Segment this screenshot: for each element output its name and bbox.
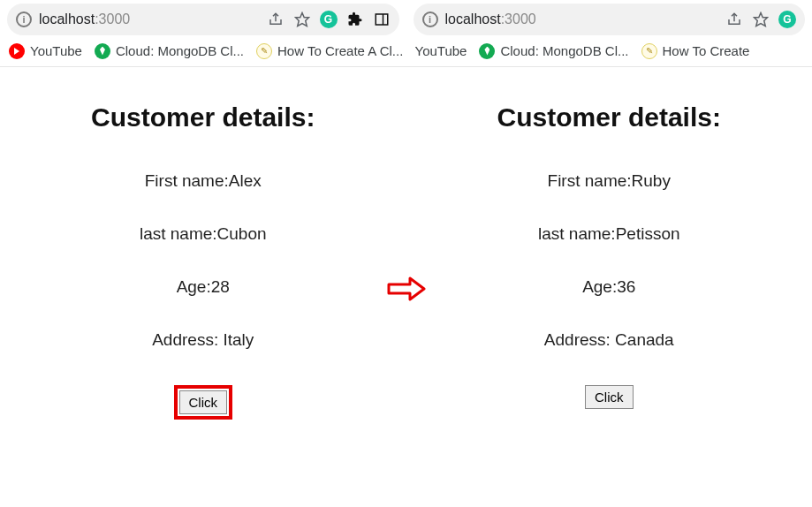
star-icon[interactable] — [293, 11, 311, 28]
bookmark-mongodb[interactable]: Cloud: MongoDB Cl... — [479, 43, 628, 59]
url-port: :3000 — [501, 11, 536, 26]
address-label: Address: — [152, 330, 223, 349]
first-name-label: First name: — [145, 171, 229, 190]
share-icon[interactable] — [267, 11, 285, 28]
address-row: Address: Canada — [415, 330, 804, 350]
svg-rect-1 — [376, 14, 388, 25]
address-bar[interactable]: i localhost:3000 G — [7, 4, 399, 35]
button-row: Click — [9, 385, 398, 420]
address-label: Address: — [544, 330, 615, 349]
bookmark-howto[interactable]: How To Create A Cl... — [256, 43, 403, 59]
page-content-left: Customer details: First name:Alex last n… — [0, 67, 406, 428]
click-button[interactable]: Click — [585, 385, 634, 409]
howto-icon — [641, 43, 657, 59]
address-row: Address: Italy — [9, 330, 398, 350]
site-info-icon[interactable]: i — [16, 11, 32, 27]
last-name-label: last name: — [140, 224, 217, 243]
mongodb-icon — [95, 43, 110, 59]
bookmark-label: YouTube — [415, 43, 467, 58]
first-name-label: First name: — [548, 171, 632, 190]
bookmark-youtube[interactable]: YouTube — [415, 43, 467, 58]
url-text: localhost:3000 — [39, 11, 260, 27]
page-title: Customer details: — [9, 102, 398, 132]
side-panel-icon[interactable] — [373, 11, 391, 28]
first-name-value: Ruby — [632, 171, 671, 190]
url-host: localhost — [445, 11, 501, 26]
age-row: Age:28 — [9, 277, 398, 297]
right-browser-pane: i localhost:3000 G YouTube Cloud: MongoD… — [406, 0, 813, 418]
bookmark-label: How To Create A Cl... — [277, 43, 403, 58]
arrow-annotation-icon — [387, 276, 426, 306]
age-row: Age:36 — [415, 277, 804, 297]
page-title: Customer details: — [415, 102, 804, 132]
toolbar-icons: G — [267, 11, 391, 28]
url-host: localhost — [39, 11, 95, 26]
site-info-icon[interactable]: i — [422, 11, 438, 27]
youtube-icon — [9, 43, 25, 59]
address-value: Canada — [615, 330, 674, 349]
first-name-row: First name:Ruby — [415, 171, 804, 191]
svg-marker-3 — [755, 13, 768, 26]
bookmark-mongodb[interactable]: Cloud: MongoDB Cl... — [95, 43, 244, 59]
age-value: 28 — [211, 277, 230, 296]
howto-icon — [256, 43, 272, 59]
first-name-row: First name:Alex — [9, 171, 398, 191]
grammarly-icon[interactable]: G — [320, 11, 338, 28]
grammarly-icon[interactable]: G — [778, 11, 796, 28]
address-value: Italy — [223, 330, 254, 349]
svg-marker-0 — [295, 13, 308, 26]
star-icon[interactable] — [752, 11, 770, 28]
url-text: localhost:3000 — [445, 11, 719, 27]
bookmark-label: Cloud: MongoDB Cl... — [116, 43, 244, 58]
toolbar-icons: G — [725, 11, 796, 28]
bookmarks-bar: YouTube Cloud: MongoDB Cl... How To Crea… — [406, 35, 813, 67]
bookmark-howto[interactable]: How To Create — [641, 43, 750, 59]
last-name-label: last name: — [538, 224, 616, 243]
extensions-icon[interactable] — [346, 11, 364, 28]
age-label: Age: — [177, 277, 211, 296]
button-row: Click — [415, 385, 804, 409]
address-bar[interactable]: i localhost:3000 G — [414, 4, 806, 35]
bookmark-youtube[interactable]: YouTube — [9, 43, 82, 59]
last-name-row: last name:Petisson — [415, 224, 804, 244]
age-label: Age: — [582, 277, 617, 296]
bookmark-label: YouTube — [30, 43, 82, 58]
bookmarks-bar: YouTube Cloud: MongoDB Cl... How To Crea… — [0, 35, 406, 67]
first-name-value: Alex — [229, 171, 262, 190]
left-browser-pane: i localhost:3000 G YouTube Cloud: MongoD… — [0, 0, 406, 428]
bookmark-label: How To Create — [663, 43, 750, 58]
page-content-right: Customer details: First name:Ruby last n… — [406, 67, 813, 418]
highlight-annotation: Click — [174, 385, 233, 420]
mongodb-icon — [479, 43, 495, 59]
last-name-value: Petisson — [616, 224, 680, 243]
url-port: :3000 — [95, 11, 130, 26]
age-value: 36 — [617, 277, 635, 296]
last-name-value: Cubon — [217, 224, 267, 243]
click-button[interactable]: Click — [179, 390, 228, 414]
bookmark-label: Cloud: MongoDB Cl... — [500, 43, 628, 58]
last-name-row: last name:Cubon — [9, 224, 398, 244]
share-icon[interactable] — [725, 11, 743, 28]
